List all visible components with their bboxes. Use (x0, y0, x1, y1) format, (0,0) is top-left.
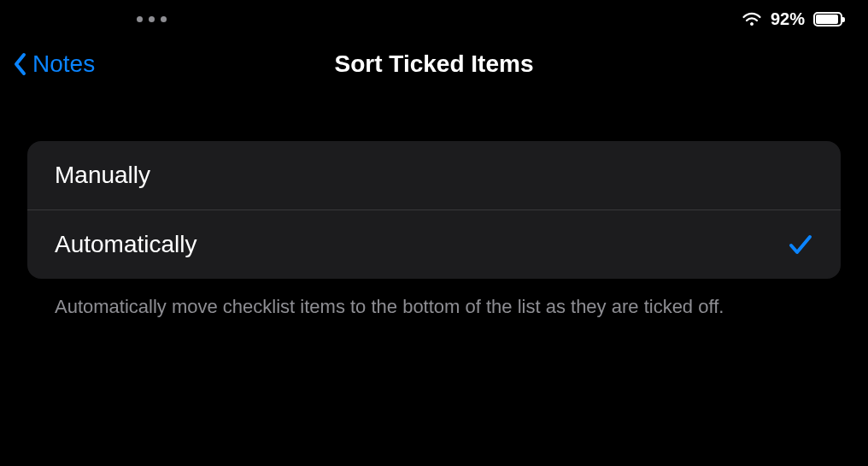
battery-percentage: 92% (771, 9, 805, 29)
option-automatically[interactable]: Automatically (27, 209, 841, 279)
footer-description: Automatically move checklist items to th… (27, 279, 841, 320)
option-label: Automatically (55, 231, 197, 258)
status-bar: 92% (0, 0, 868, 34)
page-title: Sort Ticked Items (17, 50, 851, 78)
chevron-left-icon (12, 51, 29, 77)
battery-icon (813, 12, 842, 27)
multitask-dots-icon (137, 16, 167, 22)
back-button[interactable]: Notes (12, 50, 95, 78)
back-label: Notes (32, 50, 95, 78)
nav-bar: Notes Sort Ticked Items (0, 34, 868, 94)
option-label: Manually (55, 162, 150, 189)
option-manually[interactable]: Manually (27, 141, 841, 209)
battery-fill (816, 15, 838, 24)
options-group: Manually Automatically (27, 141, 841, 279)
checkmark-icon (788, 233, 813, 257)
wifi-icon (742, 11, 762, 27)
